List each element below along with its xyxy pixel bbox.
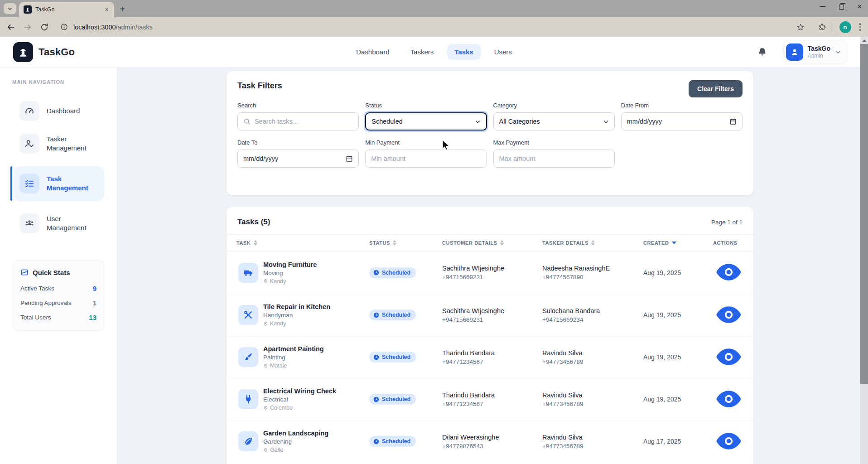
user-role: Admin bbox=[808, 53, 830, 59]
view-task-button[interactable] bbox=[714, 342, 743, 372]
chart-line-icon bbox=[20, 268, 29, 276]
column-header-tasker-details[interactable]: TASKER DETAILS bbox=[542, 240, 643, 246]
customer-phone: +94771234567 bbox=[442, 358, 542, 365]
status-badge: Scheduled bbox=[369, 352, 416, 362]
minimize-button[interactable] bbox=[820, 6, 825, 7]
close-button[interactable]: × bbox=[858, 4, 862, 10]
filters-title: Task Filters bbox=[237, 81, 743, 91]
view-task-button[interactable] bbox=[714, 384, 743, 414]
column-header-status[interactable]: STATUS bbox=[369, 240, 442, 246]
search-icon bbox=[243, 118, 251, 125]
main-content: Task Filters Clear Filters Search Status… bbox=[117, 68, 868, 464]
search-input[interactable] bbox=[255, 118, 353, 125]
stat-row: Pending Approvals1 bbox=[20, 299, 96, 307]
app-header: TaskGo DashboardTaskersTasksUsers TaskGo… bbox=[0, 37, 868, 68]
restore-button[interactable] bbox=[839, 5, 844, 10]
plug-icon bbox=[243, 394, 253, 404]
created-date: Aug 19, 2025 bbox=[643, 269, 713, 276]
view-task-button[interactable] bbox=[714, 300, 743, 329]
category-select[interactable]: All Categories bbox=[493, 112, 615, 130]
scrollbar-up-arrow[interactable] bbox=[862, 39, 867, 42]
user-menu[interactable]: TaskGo Admin bbox=[782, 40, 847, 64]
clock-icon bbox=[373, 439, 379, 445]
table-row[interactable]: Garden Landscaping Gardening Galle Sched… bbox=[227, 420, 753, 462]
browser-toolbar: localhost:3000/admin/tasks n bbox=[0, 17, 868, 37]
paintbrush-icon bbox=[243, 352, 253, 362]
top-nav-tasks[interactable]: Tasks bbox=[447, 44, 480, 60]
back-button[interactable] bbox=[6, 23, 15, 32]
top-nav-taskers[interactable]: Taskers bbox=[403, 44, 441, 60]
status-badge: Scheduled bbox=[369, 436, 416, 447]
view-task-button[interactable] bbox=[714, 426, 743, 456]
eye-icon bbox=[715, 427, 743, 455]
favicon bbox=[24, 5, 32, 14]
status-badge: Scheduled bbox=[369, 309, 416, 320]
top-nav-dashboard[interactable]: Dashboard bbox=[349, 44, 396, 60]
tab-search-button[interactable] bbox=[4, 3, 16, 14]
column-header-customer-details[interactable]: CUSTOMER DETAILS bbox=[442, 240, 542, 246]
new-tab-button[interactable]: + bbox=[120, 5, 125, 14]
sort-icon bbox=[393, 240, 396, 246]
browser-tab[interactable]: TaskGo × bbox=[19, 2, 114, 17]
task-location: Kandy bbox=[263, 320, 330, 327]
brand: TaskGo bbox=[13, 42, 75, 62]
sidebar-item-user-management[interactable]: User Management bbox=[14, 213, 104, 233]
address-bar[interactable]: localhost:3000/admin/tasks bbox=[73, 24, 153, 31]
view-task-button[interactable] bbox=[714, 257, 743, 287]
notifications-bell-icon[interactable] bbox=[757, 47, 767, 57]
tasker-name: Nadeesha RanasinghE bbox=[542, 265, 643, 272]
reload-button[interactable] bbox=[40, 23, 49, 32]
url-origin: localhost:3000 bbox=[73, 24, 116, 31]
task-category: Handyman bbox=[263, 312, 330, 319]
sidebar-item-label: Dashboard bbox=[47, 106, 102, 116]
stat-value: 1 bbox=[93, 299, 96, 307]
calendar-icon[interactable] bbox=[729, 118, 737, 125]
tools-icon bbox=[243, 310, 253, 320]
tasker-name: Ravindu Silva bbox=[542, 349, 643, 357]
sidebar-item-task-management[interactable]: Task Management bbox=[14, 166, 104, 201]
clock-icon bbox=[373, 396, 379, 402]
tab-close-icon[interactable]: × bbox=[103, 6, 111, 13]
min-payment-label: Min Payment bbox=[365, 139, 487, 146]
date-from-input[interactable]: mm/dd/yyyy bbox=[621, 112, 743, 130]
max-payment-input[interactable] bbox=[499, 155, 609, 162]
table-row[interactable]: Tile Repair in Kitchen Handyman Kandy Sc… bbox=[227, 294, 753, 336]
column-header-task[interactable]: TASK bbox=[236, 240, 369, 246]
table-row[interactable]: Apartment Painting Painting Matale Sched… bbox=[227, 336, 753, 378]
site-info-icon[interactable] bbox=[60, 23, 68, 31]
pagination-label: Page 1 of 1 bbox=[711, 219, 743, 226]
browser-profile-avatar[interactable]: n bbox=[839, 21, 851, 33]
sort-icon bbox=[500, 240, 504, 246]
gauge-icon bbox=[24, 106, 34, 116]
created-date: Aug 19, 2025 bbox=[643, 311, 713, 319]
task-category: Gardening bbox=[263, 438, 328, 445]
clock-icon bbox=[373, 354, 379, 360]
date-to-input[interactable]: mm/dd/yyyy bbox=[237, 150, 359, 168]
task-category: Painting bbox=[263, 354, 324, 361]
forward-button[interactable] bbox=[23, 23, 32, 32]
max-payment-label: Max Payment bbox=[493, 139, 615, 146]
clear-filters-button[interactable]: Clear Filters bbox=[689, 80, 743, 97]
created-date: Aug 19, 2025 bbox=[643, 353, 713, 361]
location-pin-icon bbox=[263, 448, 268, 453]
table-row[interactable]: Moving Furniture Moving Kandy Scheduled … bbox=[227, 251, 753, 294]
active-indicator bbox=[10, 166, 12, 201]
bookmark-star-icon[interactable] bbox=[796, 23, 805, 31]
sidebar-item-dashboard[interactable]: Dashboard bbox=[14, 101, 104, 121]
status-select[interactable]: Scheduled bbox=[365, 112, 487, 130]
stat-value: 9 bbox=[93, 285, 96, 292]
quick-stats-card: Quick Stats Active Tasks9Pending Approva… bbox=[13, 260, 104, 331]
min-payment-input[interactable] bbox=[371, 155, 481, 162]
tasker-name: Ravindu Silva bbox=[542, 392, 643, 399]
sidebar-item-tasker-management[interactable]: Tasker Management bbox=[14, 134, 104, 154]
scrollbar-thumb[interactable] bbox=[860, 44, 868, 384]
column-header-created[interactable]: CREATED bbox=[643, 240, 713, 246]
page-scrollbar[interactable] bbox=[860, 37, 868, 464]
top-nav-users[interactable]: Users bbox=[487, 44, 519, 60]
calendar-icon[interactable] bbox=[346, 155, 353, 162]
task-category-icon-box bbox=[238, 263, 258, 283]
table-row[interactable]: Electrical Wiring Check Electrical Colom… bbox=[227, 378, 753, 420]
created-date: Aug 19, 2025 bbox=[643, 396, 713, 403]
browser-menu-icon[interactable] bbox=[858, 22, 862, 32]
extensions-icon[interactable] bbox=[818, 23, 826, 31]
